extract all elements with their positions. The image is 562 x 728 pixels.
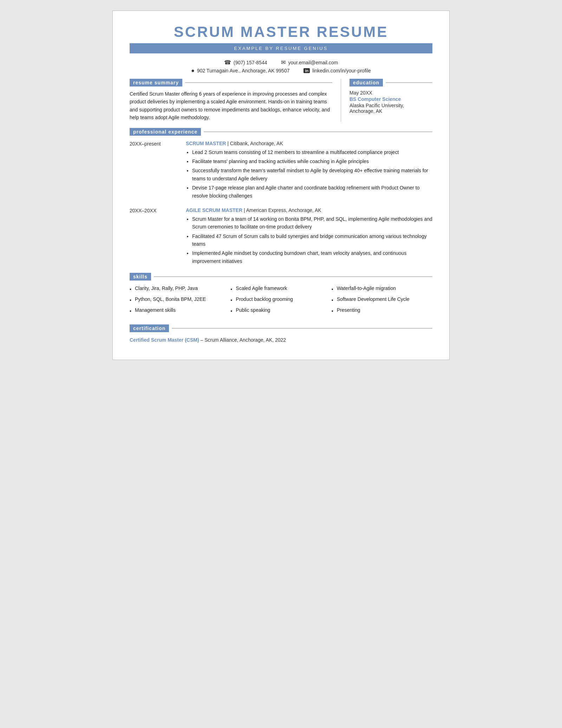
education-label: education [349, 79, 383, 86]
skill-7: • Waterfall-to-Agile migration [332, 285, 432, 292]
subtitle-bar: EXAMPLE BY RESUME GENIUS [130, 43, 432, 53]
linkedin-url: linkedin.com/in/your-profile [312, 68, 371, 73]
address-text: 902 Turnagain Ave., Anchorage, AK 99507 [197, 68, 290, 73]
skill-text-1: Clarity, Jira, Rally, PHP, Java [135, 285, 198, 291]
contact-section: ☎ (907) 157-8544 ✉ your.email@email.com … [130, 59, 432, 74]
contact-row-1: ☎ (907) 157-8544 ✉ your.email@email.com [130, 59, 432, 66]
phone-icon: ☎ [224, 59, 231, 66]
certification-line [172, 328, 432, 329]
exp-bullet-2-1: Scrum Master for a team of 14 working on… [192, 215, 432, 231]
experience-section: professional experience 20XX–present SCR… [130, 128, 432, 267]
exp-date-2: 20XX–20XX [130, 207, 186, 266]
skill-bullet-icon: • [230, 297, 233, 303]
skills-col-3: • Waterfall-to-Agile migration • Softwar… [332, 285, 432, 318]
experience-line [204, 131, 432, 132]
experience-label: professional experience [130, 128, 201, 136]
skill-bullet-icon: • [130, 297, 132, 303]
skill-text-3: Management skills [135, 307, 176, 313]
phone-contact: ☎ (907) 157-8544 [224, 59, 267, 66]
skills-grid: • Clarity, Jira, Rally, PHP, Java • Pyth… [130, 285, 432, 318]
summary-label: resume summary [130, 79, 182, 86]
experience-header: professional experience [130, 128, 432, 136]
two-col-section: resume summary Certified Scrum Master of… [130, 79, 432, 122]
skill-bullet-icon: • [230, 308, 233, 314]
skills-col-1: • Clarity, Jira, Rally, PHP, Java • Pyth… [130, 285, 230, 318]
skills-line [154, 276, 432, 277]
email-address: your.email@email.com [288, 60, 338, 65]
cert-detail: – Scrum Alliance, Anchorage, AK, 2022 [200, 337, 286, 343]
summary-text: Certified Scrum Master offering 6 years … [130, 90, 332, 122]
contact-row-2: ● 902 Turnagain Ave., Anchorage, AK 9950… [130, 67, 432, 74]
exp-separator-2: | [244, 207, 246, 213]
certification-section: certification Certified Scrum Master (CS… [130, 324, 432, 343]
phone-number: (907) 157-8544 [234, 60, 267, 65]
exp-bullets-1: Lead 2 Scrum teams consisting of 12 memb… [186, 148, 432, 200]
exp-bullet-1-2: Facilitate teams' planning and tracking … [192, 157, 432, 165]
skill-bullet-icon: • [332, 297, 334, 303]
exp-company-name-2: American Express, Anchorage, AK [246, 207, 321, 213]
email-icon: ✉ [281, 59, 286, 66]
skill-text-6: Public speaking [236, 307, 270, 313]
summary-line [185, 82, 332, 83]
exp-bullet-2-2: Facilitated 47 Scrum of Scrum calls to b… [192, 232, 432, 248]
edu-degree: BS Computer Science [349, 96, 432, 102]
edu-date: May 20XX [349, 90, 432, 96]
skill-3: • Management skills [130, 307, 230, 314]
exp-entry-2: 20XX–20XX AGILE SCRUM MASTER | American … [130, 207, 432, 266]
skill-text-5: Product backlog grooming [236, 296, 293, 302]
skills-header: skills [130, 273, 432, 281]
exp-bullet-2-3: Implemented Agile mindset by conducting … [192, 249, 432, 265]
exp-content-2: AGILE SCRUM MASTER | American Express, A… [186, 207, 432, 266]
skill-bullet-icon: • [130, 308, 132, 314]
skill-9: • Presenting [332, 307, 432, 314]
education-column: education May 20XX BS Computer Science A… [341, 79, 432, 122]
skills-label: skills [130, 273, 151, 281]
cert-text: Certified Scrum Master (CSM) – Scrum All… [130, 337, 432, 343]
summary-header: resume summary [130, 79, 332, 86]
linkedin-contact: in linkedin.com/in/your-profile [303, 68, 371, 73]
skill-bullet-icon: • [230, 286, 233, 292]
exp-title-line-1: SCRUM MASTER | Citibank, Anchorage, AK [186, 141, 432, 146]
exp-company-name-1: Citibank, Anchorage, AK [230, 141, 283, 146]
subtitle-text: EXAMPLE BY RESUME GENIUS [234, 46, 328, 51]
main-title: SCRUM MASTER RESUME [130, 24, 432, 43]
skill-4: • Scaled Agile framework [230, 285, 331, 292]
skill-text-9: Presenting [337, 307, 360, 313]
skill-text-8: Software Development Life Cycle [337, 296, 410, 302]
exp-title-line-2: AGILE SCRUM MASTER | American Express, A… [186, 207, 432, 213]
skill-bullet-icon: • [332, 286, 334, 292]
summary-column: resume summary Certified Scrum Master of… [130, 79, 341, 122]
email-contact: ✉ your.email@email.com [281, 59, 338, 66]
skill-1: • Clarity, Jira, Rally, PHP, Java [130, 285, 230, 292]
skill-2: • Python, SQL, Bonita BPM, J2EE [130, 296, 230, 303]
exp-bullets-2: Scrum Master for a team of 14 working on… [186, 215, 432, 265]
exp-content-1: SCRUM MASTER | Citibank, Anchorage, AK L… [186, 141, 432, 201]
exp-bullet-1-3: Successfully transform the team's waterf… [192, 167, 432, 182]
exp-date-1: 20XX–present [130, 141, 186, 201]
edu-location: Anchorage, AK [349, 108, 432, 114]
skill-text-2: Python, SQL, Bonita BPM, J2EE [135, 296, 206, 302]
exp-job-title-1: SCRUM MASTER [186, 141, 226, 146]
skills-col-2: • Scaled Agile framework • Product backl… [230, 285, 331, 318]
skill-6: • Public speaking [230, 307, 331, 314]
certification-header: certification [130, 324, 432, 332]
exp-bullet-1-4: Devise 17-page release plan and Agile ch… [192, 184, 432, 200]
exp-job-title-2: AGILE SCRUM MASTER [186, 207, 242, 213]
skill-text-4: Scaled Agile framework [236, 285, 287, 291]
address-contact: ● 902 Turnagain Ave., Anchorage, AK 9950… [191, 67, 289, 74]
skill-bullet-icon: • [332, 308, 334, 314]
exp-company-1: | [227, 141, 230, 146]
skill-bullet-icon: • [130, 286, 132, 292]
education-line [386, 82, 432, 83]
skill-8: • Software Development Life Cycle [332, 296, 432, 303]
cert-title: Certified Scrum Master (CSM) [130, 337, 199, 343]
education-header: education [349, 79, 432, 86]
edu-school: Alaska Pacific University, [349, 103, 432, 108]
exp-entry-1: 20XX–present SCRUM MASTER | Citibank, An… [130, 141, 432, 201]
certification-label: certification [130, 324, 169, 332]
skill-5: • Product backlog grooming [230, 296, 331, 303]
skills-section: skills • Clarity, Jira, Rally, PHP, Java… [130, 273, 432, 318]
linkedin-icon: in [303, 68, 310, 73]
location-icon: ● [191, 67, 195, 74]
resume-page: SCRUM MASTER RESUME EXAMPLE BY RESUME GE… [112, 11, 450, 360]
